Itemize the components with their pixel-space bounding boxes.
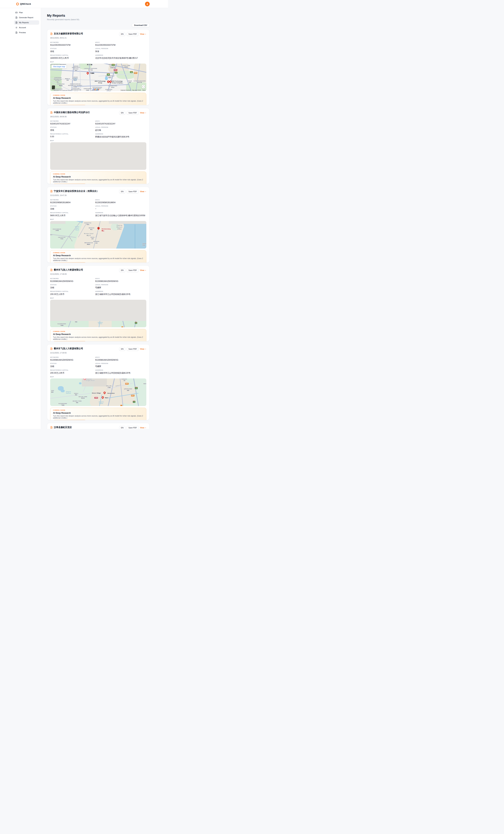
field-value: 张涛 bbox=[95, 50, 146, 53]
report-doc-icon bbox=[50, 111, 53, 114]
map-pan-control[interactable]: ▲ ▼ ◀ ▶ bbox=[142, 85, 145, 88]
map-place-label: SHIJIA 石家 bbox=[91, 237, 94, 240]
ai-deep-research-button[interactable]: AI Deep Research • Coming Soon bbox=[53, 341, 86, 342]
map-place-label: XIANGSHAN RESIDENTIAL DISTRICT 香山 bbox=[54, 77, 62, 83]
field-value: 200.00万人民币 bbox=[50, 293, 95, 296]
satellite-toggle-thumbnail[interactable] bbox=[51, 85, 55, 90]
chevron-down-icon bbox=[145, 112, 146, 114]
field-label: USCC bbox=[95, 278, 146, 279]
report-date: 26/11/2025, 08:59:36 bbox=[50, 116, 146, 117]
field-value: 存续 bbox=[50, 50, 95, 53]
terms-link[interactable]: Terms bbox=[142, 90, 145, 91]
save-pdf-button[interactable]: Save PDF bbox=[127, 111, 139, 115]
save-pdf-button[interactable]: Save PDF bbox=[127, 268, 139, 272]
sidebar-item-preview[interactable]: Preview bbox=[14, 30, 39, 35]
view-dropdown[interactable]: View bbox=[140, 269, 146, 271]
field-value: 西藏自治区拉萨市城关区康昂东路16号 bbox=[95, 135, 146, 138]
field-label: REGISTERED CAPITAL bbox=[50, 54, 95, 56]
view-dropdown[interactable]: View bbox=[140, 33, 146, 35]
ai-deep-research-button[interactable]: AI Deep Research • Coming Soon bbox=[53, 420, 86, 420]
resort-map-pin[interactable] bbox=[84, 378, 86, 380]
field-value: 200.00万人民币 bbox=[50, 372, 95, 374]
field-label: ADDRESS bbox=[95, 212, 146, 214]
road-badge: S221 bbox=[131, 395, 135, 396]
save-pdf-button[interactable]: Save PDF bbox=[127, 32, 139, 36]
sidebar-item-label: Preview bbox=[19, 31, 26, 34]
en-button[interactable]: EN bbox=[119, 426, 125, 429]
map-pin[interactable] bbox=[102, 396, 104, 398]
field-label: REGISTERED CAPITAL bbox=[50, 212, 95, 214]
en-button[interactable]: EN bbox=[119, 111, 125, 115]
view-dropdown[interactable]: View bbox=[140, 348, 146, 350]
field-label: USCC bbox=[95, 199, 146, 201]
chevron-down-icon bbox=[145, 427, 146, 429]
view-dropdown[interactable]: View bbox=[140, 112, 146, 114]
map-place-label: WANLIU 万柳 bbox=[65, 78, 70, 81]
page-subtitle: Recently generated reports (latest 50). bbox=[47, 19, 150, 21]
coming-soon-description: Turn this report into deeper analysis ac… bbox=[53, 336, 143, 340]
map-pin[interactable] bbox=[87, 72, 89, 74]
map-pin[interactable] bbox=[107, 81, 109, 83]
ai-deep-research-button[interactable]: AI Deep Research • Coming Soon bbox=[53, 184, 86, 184]
map-marker-label: Meishanxiang 梅山 bbox=[102, 228, 111, 232]
coming-soon-title: AI Deep Research bbox=[53, 412, 143, 414]
sidebar-item-my-reports[interactable]: My Reports bbox=[14, 20, 39, 25]
google-map-beijing[interactable]: WENQUANZHEN XIBEIWANG ZHEN 西北旺镇 QINGHE S… bbox=[50, 64, 146, 91]
coming-soon-panel: COMING SOON AI Deep Research Turn this r… bbox=[50, 172, 146, 184]
sidebar: Plan Generate Report My Reports Account … bbox=[0, 8, 41, 429]
en-button[interactable]: EN bbox=[119, 268, 125, 272]
road-badge: S214 bbox=[134, 72, 137, 74]
map-place-label: SHILI PAI 十里牌 bbox=[106, 385, 112, 388]
map-pin[interactable] bbox=[109, 81, 112, 83]
coming-soon-description: Turn this report into deeper analysis ac… bbox=[53, 100, 143, 104]
view-larger-map-link[interactable]: View larger map bbox=[51, 65, 67, 68]
map-marker-label: Bahe bbox=[105, 397, 108, 399]
save-pdf-button[interactable]: Save PDF bbox=[127, 190, 139, 193]
google-map-jiangshan[interactable]: Jiangshan Gengdu Resort SANQIAO 三桥 SHILI… bbox=[50, 378, 146, 406]
map-place-label: HAIDIAN DISTRICT 海淀区 bbox=[72, 76, 78, 81]
map-place-label: XUXINZHUANGZHEN 徐辛庄镇 bbox=[134, 81, 146, 83]
google-map-meishan[interactable]: XIADAOTOU 下道头 Meishan Harbor 梅山港 MEISHAN… bbox=[50, 221, 146, 248]
field-label: LEGAL PERSON bbox=[95, 127, 146, 128]
map-place-label: HEZHEN TOWN 贺镇 bbox=[72, 321, 81, 323]
sidebar-item-account[interactable]: Account bbox=[14, 25, 39, 30]
view-dropdown[interactable]: View bbox=[140, 191, 146, 193]
ai-deep-research-button[interactable]: AI Deep Research • Coming Soon bbox=[53, 105, 86, 105]
report-doc-icon bbox=[50, 190, 53, 193]
google-map-loading[interactable] bbox=[50, 142, 146, 170]
report-title: 京东方健康投资管理有限公司 bbox=[54, 32, 83, 35]
field-label: REGISTERED CAPITAL bbox=[50, 369, 95, 371]
keyboard-shortcuts-link[interactable]: Keyboard shortcuts bbox=[121, 90, 131, 91]
map-place-label: XIAZHENZHEN 下镇镇 bbox=[58, 403, 67, 406]
sidebar-item-generate-report[interactable]: Generate Report bbox=[14, 15, 39, 20]
map-place-label: SANQIAO 三桥 bbox=[121, 378, 127, 381]
road-badge: G3 bbox=[135, 322, 137, 324]
field-label: KEYWORD bbox=[50, 278, 95, 279]
field-label: KEYWORD bbox=[50, 42, 95, 43]
en-button[interactable]: EN bbox=[119, 347, 125, 351]
coming-soon-badge: COMING SOON bbox=[53, 252, 143, 254]
report-card: 宁波安丰汇群创业投资合伙企业（有限合伙） EN Save PDF View 21… bbox=[47, 187, 150, 263]
field-label: LEGAL PERSON bbox=[95, 284, 146, 286]
ai-deep-research-button[interactable]: AI Deep Research • Coming Soon bbox=[53, 262, 86, 263]
view-dropdown[interactable]: View bbox=[140, 427, 146, 429]
field-value: 91330206580261660H bbox=[50, 201, 95, 204]
report-title: 衢州市飞茂人力资源有限公司 bbox=[54, 347, 83, 350]
download-csv-button[interactable]: Download CSV bbox=[132, 23, 150, 27]
coming-soon-title: AI Deep Research bbox=[53, 333, 143, 335]
save-pdf-button[interactable]: Save PDF bbox=[127, 426, 139, 429]
sidebar-item-plan[interactable]: Plan bbox=[14, 10, 39, 15]
user-avatar[interactable] bbox=[145, 2, 150, 6]
field-value: 注销 bbox=[50, 286, 95, 289]
coming-soon-description: Turn this report into deeper analysis ac… bbox=[53, 415, 143, 419]
en-button[interactable]: EN bbox=[119, 32, 125, 36]
en-button[interactable]: EN bbox=[119, 190, 125, 193]
field-label: USCC bbox=[95, 120, 146, 122]
field-value: 浙江省衢州市江山市贺村镇贺成路220号 bbox=[95, 293, 146, 296]
map-label: MAP bbox=[50, 219, 146, 220]
sidebar-item-label: Account bbox=[19, 26, 26, 28]
save-pdf-button[interactable]: Save PDF bbox=[127, 347, 139, 351]
view-label: View bbox=[140, 33, 144, 35]
google-map-partial[interactable]: HEZHEN TOWN 贺镇 XIAZHENZHEN 下镇镇 Jiangshan… bbox=[50, 300, 146, 327]
map-marker-label: Jiangshan Gengdu Resort bbox=[86, 378, 94, 381]
